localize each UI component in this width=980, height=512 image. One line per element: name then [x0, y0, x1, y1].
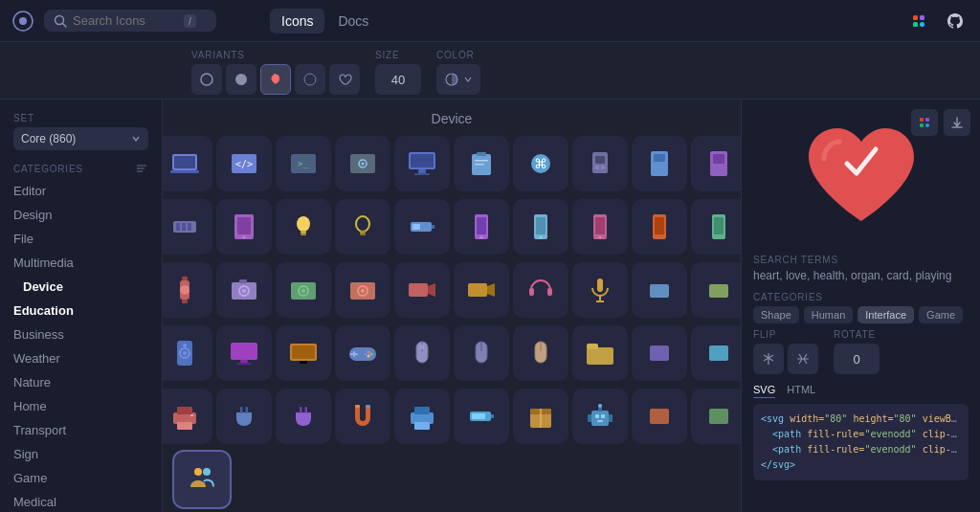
- icon-mouse2[interactable]: [454, 325, 509, 381]
- icon-blank4[interactable]: [691, 262, 741, 318]
- svg-rect-129: [305, 407, 308, 413]
- search-bar[interactable]: /: [44, 10, 216, 32]
- svg-text:</>: </>: [235, 159, 253, 169]
- figma-icon[interactable]: [905, 8, 932, 34]
- icon-video[interactable]: [394, 262, 450, 318]
- icon-bluetooth[interactable]: ⌘: [513, 136, 568, 191]
- sidebar-item-business[interactable]: Business: [0, 323, 162, 346]
- top-right-actions: [911, 109, 970, 136]
- sidebar-item-game[interactable]: Game: [0, 466, 162, 490]
- color-picker-button[interactable]: [436, 64, 480, 95]
- sidebar-item-home[interactable]: Home: [0, 394, 162, 418]
- icon-gamepad[interactable]: [335, 325, 390, 381]
- cat-tag-game[interactable]: Game: [919, 306, 963, 323]
- icon-box[interactable]: [513, 389, 568, 444]
- icon-plug[interactable]: [216, 389, 272, 444]
- icon-laptop[interactable]: [163, 136, 212, 191]
- icon-blank2[interactable]: [691, 136, 741, 191]
- sidebar-item-sign[interactable]: Sign: [0, 442, 162, 466]
- variant-outline[interactable]: [191, 64, 222, 95]
- sidebar-item-education[interactable]: Education: [0, 299, 162, 323]
- icon-watch[interactable]: [163, 262, 212, 318]
- icon-desktop[interactable]: [394, 136, 450, 191]
- icon-mobile3[interactable]: [572, 199, 628, 255]
- sidebar-item-design[interactable]: Design: [0, 203, 162, 227]
- icon-camera2[interactable]: [276, 262, 331, 318]
- icon-monitor[interactable]: [216, 325, 272, 381]
- icon-battery[interactable]: [394, 199, 450, 255]
- icon-speaker[interactable]: [163, 325, 212, 381]
- icon-blank5[interactable]: [632, 325, 687, 381]
- figma-export-icon[interactable]: [911, 109, 938, 136]
- variant-thin[interactable]: [295, 64, 325, 95]
- svg-rect-136: [491, 414, 494, 418]
- icon-printer[interactable]: [163, 389, 212, 444]
- icon-mobile[interactable]: [454, 199, 509, 255]
- icon-phone-blank1[interactable]: [632, 199, 687, 255]
- icon-settings-device[interactable]: [335, 136, 390, 191]
- sidebar-item-medical[interactable]: Medical: [0, 490, 162, 512]
- icon-headphone[interactable]: [513, 262, 568, 318]
- icon-bulb-on[interactable]: [276, 199, 331, 255]
- nav-link-icons[interactable]: Icons: [270, 9, 324, 33]
- icon-mouse[interactable]: [394, 325, 450, 381]
- svg-rect-6: [913, 22, 918, 27]
- set-dropdown[interactable]: Core (860): [13, 127, 148, 150]
- cat-tag-human[interactable]: Human: [804, 306, 853, 323]
- cat-tag-shape[interactable]: Shape: [753, 306, 799, 323]
- variant-solid[interactable]: [226, 64, 256, 95]
- sidebar-item-transport[interactable]: Transport: [0, 418, 162, 442]
- icon-robot[interactable]: [572, 389, 628, 444]
- svg-rect-66: [655, 217, 664, 234]
- icon-camera3[interactable]: [335, 262, 390, 318]
- icon-blank1[interactable]: [632, 136, 687, 191]
- download-icon[interactable]: [944, 109, 970, 136]
- github-icon[interactable]: [942, 8, 969, 34]
- icon-blank7[interactable]: [632, 389, 687, 444]
- size-input[interactable]: [375, 64, 421, 95]
- icon-camera[interactable]: [216, 262, 272, 318]
- icon-mic[interactable]: [572, 262, 628, 318]
- icon-magnet[interactable]: [335, 389, 390, 444]
- variant-heart[interactable]: [329, 64, 360, 95]
- icon-education-people[interactable]: [174, 452, 230, 507]
- icon-tv[interactable]: [276, 325, 331, 381]
- flip-vertical-button[interactable]: [788, 344, 818, 374]
- flip-horizontal-button[interactable]: [753, 344, 784, 374]
- icon-blank3[interactable]: [632, 262, 687, 318]
- sidebar-item-editor[interactable]: Editor: [0, 179, 162, 203]
- icon-mobile2[interactable]: [513, 199, 568, 255]
- icon-printer2[interactable]: [394, 389, 450, 444]
- icon-blank8[interactable]: [691, 389, 741, 444]
- sidebar-item-device[interactable]: Device: [0, 275, 162, 299]
- icon-plug2[interactable]: [276, 389, 331, 444]
- icon-clipboard[interactable]: [454, 136, 509, 191]
- icon-bulb-off[interactable]: [335, 199, 390, 255]
- icon-phone-blank2[interactable]: [691, 199, 741, 255]
- icon-camera-video[interactable]: [454, 262, 509, 318]
- icon-tablet[interactable]: [216, 199, 272, 255]
- variant-color[interactable]: [260, 64, 291, 95]
- nav-link-docs[interactable]: Docs: [326, 9, 380, 33]
- search-input[interactable]: [73, 13, 178, 28]
- dark-mode-toggle[interactable]: [226, 6, 256, 36]
- sidebar-item-multimedia[interactable]: Multimedia: [0, 251, 162, 275]
- icon-folder[interactable]: [572, 325, 628, 381]
- icon-terminal[interactable]: >_: [276, 136, 331, 191]
- icon-battery2[interactable]: [454, 389, 509, 444]
- tab-html[interactable]: HTML: [787, 384, 815, 398]
- rotate-input[interactable]: [834, 344, 880, 374]
- tab-svg[interactable]: SVG: [753, 384, 775, 398]
- sidebar-item-nature[interactable]: Nature: [0, 370, 162, 394]
- icon-sim[interactable]: [572, 136, 628, 191]
- sidebar-item-file[interactable]: File: [0, 227, 162, 251]
- icon-code[interactable]: </>: [216, 136, 272, 191]
- app-logo[interactable]: [11, 10, 34, 33]
- cat-tag-interface[interactable]: Interface: [858, 306, 914, 323]
- size-group: SIZE: [375, 50, 421, 95]
- icon-mouse3[interactable]: [513, 325, 568, 381]
- sort-icon[interactable]: [135, 162, 148, 175]
- icon-memory[interactable]: [163, 199, 212, 255]
- sidebar-item-weather[interactable]: Weather: [0, 346, 162, 370]
- icon-blank6[interactable]: [691, 325, 741, 381]
